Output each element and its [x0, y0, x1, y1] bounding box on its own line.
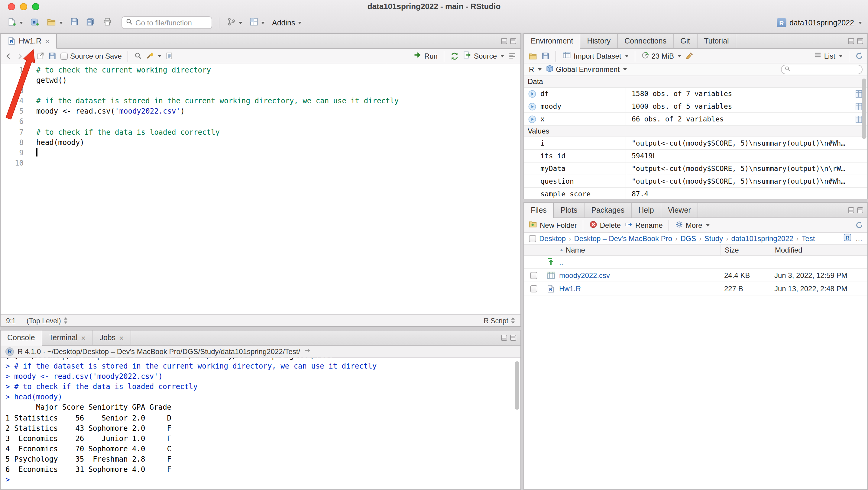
- new-project-button[interactable]: R: [29, 16, 40, 29]
- rename-file-button[interactable]: Rename: [625, 220, 663, 230]
- environment-row[interactable]: its_id59419L: [524, 150, 867, 163]
- more-file-commands-button[interactable]: More: [676, 220, 710, 230]
- file-row[interactable]: ..: [524, 256, 867, 269]
- console[interactable]: [1] "~/Desktop/Desktop – Dev's MacBook P…: [1, 358, 521, 489]
- file-type-selector[interactable]: R Script: [484, 317, 515, 324]
- file-name[interactable]: Hw1.R: [559, 284, 720, 293]
- delete-file-button[interactable]: Delete: [590, 220, 621, 230]
- open-file-button[interactable]: [45, 16, 64, 29]
- run-button[interactable]: Run: [413, 51, 438, 61]
- select-all-checkbox[interactable]: [529, 235, 536, 242]
- environment-search[interactable]: [781, 65, 863, 74]
- file-checkbox[interactable]: [530, 285, 537, 292]
- code-tools-button[interactable]: [147, 51, 162, 61]
- tab-console[interactable]: Console: [1, 330, 42, 346]
- compile-report-button[interactable]: [166, 52, 173, 60]
- breadcrumb-item[interactable]: DGS: [680, 234, 696, 242]
- environment-scrollbar[interactable]: [862, 78, 866, 139]
- environment-row[interactable]: i"output<-cut(moody$SCORE, 5)\nsummary(o…: [524, 137, 867, 150]
- save-all-button[interactable]: [85, 16, 97, 29]
- print-button[interactable]: [101, 16, 113, 29]
- rerun-button[interactable]: [450, 52, 459, 60]
- tab-environment[interactable]: Environment: [524, 34, 580, 49]
- open-in-new-window-button[interactable]: [36, 52, 44, 60]
- project-menu-button[interactable]: R data101spring2022: [777, 18, 862, 27]
- workspace-panes-button[interactable]: [248, 16, 266, 29]
- close-tab-icon[interactable]: ×: [81, 334, 86, 342]
- forward-button[interactable]: [16, 52, 24, 60]
- list-view-button[interactable]: List: [814, 51, 843, 60]
- files-column-size[interactable]: Size: [720, 245, 771, 255]
- file-name[interactable]: moody2022.csv: [559, 271, 720, 280]
- save-file-button[interactable]: [49, 52, 56, 60]
- environment-row[interactable]: x66 obs. of 2 variables: [524, 113, 867, 126]
- tab-connections[interactable]: Connections: [618, 34, 674, 48]
- tab-plots[interactable]: Plots: [554, 203, 585, 218]
- maximize-pane-icon[interactable]: [510, 335, 516, 341]
- new-folder-button[interactable]: New Folder: [528, 220, 577, 230]
- file-checkbox[interactable]: [530, 271, 537, 279]
- close-tab-icon[interactable]: ×: [45, 37, 50, 45]
- breadcrumb-item[interactable]: data101spring2022: [732, 234, 794, 242]
- environment-row[interactable]: myData"output<-cut(moody$SCORE, 5)\nsumm…: [524, 163, 867, 175]
- new-file-button[interactable]: [6, 16, 24, 29]
- tab-jobs[interactable]: Jobs×: [93, 330, 131, 345]
- maximize-pane-icon[interactable]: [857, 38, 863, 44]
- show-directory-icon[interactable]: [304, 347, 311, 356]
- goto-file-input[interactable]: [135, 19, 208, 27]
- import-dataset-button[interactable]: Import Dataset: [562, 51, 628, 61]
- tab-help[interactable]: Help: [632, 203, 661, 218]
- tab-tutorial[interactable]: Tutorial: [697, 34, 736, 48]
- find-replace-button[interactable]: [134, 52, 142, 60]
- environment-row[interactable]: moody1000 obs. of 5 variables: [524, 100, 867, 113]
- close-window-button[interactable]: [8, 3, 15, 10]
- source-on-save-checkbox[interactable]: [60, 52, 68, 60]
- minimize-window-button[interactable]: [20, 3, 27, 10]
- addins-button[interactable]: Addins: [271, 17, 303, 28]
- environment-selector[interactable]: Global Environment: [546, 65, 627, 74]
- r-project-icon[interactable]: R: [843, 233, 852, 243]
- breadcrumb-item[interactable]: Desktop: [539, 234, 566, 242]
- file-row[interactable]: RHw1.R227 BJun 13, 2022, 2:48 PM: [524, 282, 867, 295]
- breadcrumb-overflow[interactable]: …: [855, 234, 863, 242]
- tab-terminal[interactable]: Terminal×: [42, 330, 93, 345]
- document-outline-button[interactable]: [508, 52, 516, 60]
- breadcrumb-item[interactable]: Study: [705, 234, 723, 242]
- tab-viewer[interactable]: Viewer: [661, 203, 698, 218]
- maximize-pane-icon[interactable]: [510, 38, 516, 44]
- refresh-files-button[interactable]: [855, 221, 863, 229]
- environment-row[interactable]: df1580 obs. of 7 variables: [524, 88, 867, 100]
- tab-hw1-r[interactable]: RHw1.R×: [1, 34, 57, 49]
- save-workspace-button[interactable]: [541, 52, 550, 60]
- tab-packages[interactable]: Packages: [585, 203, 632, 218]
- refresh-environment-button[interactable]: [855, 52, 863, 60]
- breadcrumb-item[interactable]: Desktop – Dev's MacBook Pro: [574, 234, 672, 242]
- source-on-save-toggle[interactable]: Source on Save: [60, 52, 122, 60]
- files-column-modified[interactable]: Modified: [771, 245, 867, 255]
- maximize-pane-icon[interactable]: [857, 207, 863, 213]
- minimize-pane-icon[interactable]: [848, 207, 854, 213]
- load-workspace-button[interactable]: [528, 52, 537, 60]
- tab-git[interactable]: Git: [674, 34, 697, 48]
- environment-row[interactable]: question"output<-cut(moody$SCORE, 5)\nsu…: [524, 175, 867, 188]
- back-button[interactable]: [5, 52, 12, 60]
- memory-usage-button[interactable]: 23 MiB: [641, 51, 681, 61]
- code-editor[interactable]: 12345678910 # to check the current worki…: [1, 63, 521, 314]
- clear-objects-button[interactable]: [685, 52, 693, 60]
- environment-row[interactable]: sample_score87.4: [524, 188, 867, 199]
- console-scrollbar[interactable]: [515, 361, 519, 410]
- source-button[interactable]: Source: [463, 51, 504, 61]
- close-tab-icon[interactable]: ×: [119, 334, 124, 342]
- tab-history[interactable]: History: [580, 34, 618, 48]
- version-control-button[interactable]: [226, 16, 244, 29]
- file-name[interactable]: ..: [559, 258, 720, 266]
- scope-selector[interactable]: (Top Level): [27, 317, 68, 324]
- breadcrumb-item[interactable]: Test: [802, 234, 815, 242]
- minimize-pane-icon[interactable]: [501, 335, 507, 341]
- minimize-pane-icon[interactable]: [848, 38, 854, 44]
- tab-files[interactable]: Files: [524, 203, 554, 218]
- files-column-name[interactable]: ▲ Name: [559, 246, 720, 254]
- file-row[interactable]: moody2022.csv24.4 KBJun 3, 2022, 12:59 P…: [524, 269, 867, 282]
- language-selector[interactable]: R: [529, 65, 541, 74]
- save-button[interactable]: [69, 16, 80, 29]
